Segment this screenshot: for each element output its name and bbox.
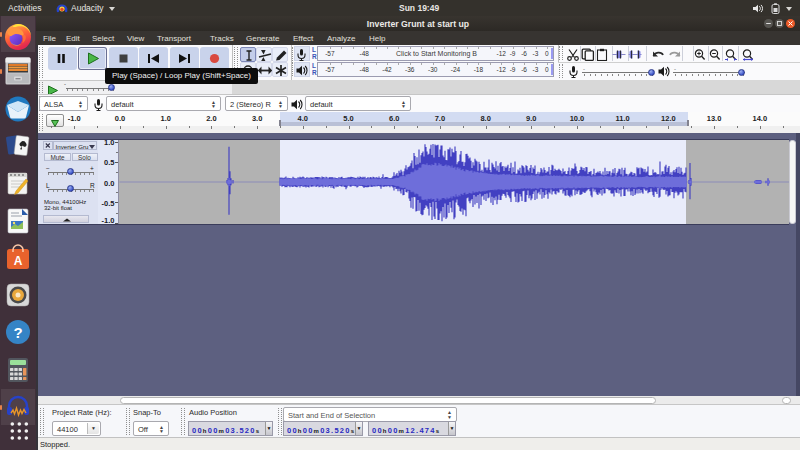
svg-text:?: ? (13, 324, 22, 341)
svg-text:A: A (14, 254, 23, 268)
